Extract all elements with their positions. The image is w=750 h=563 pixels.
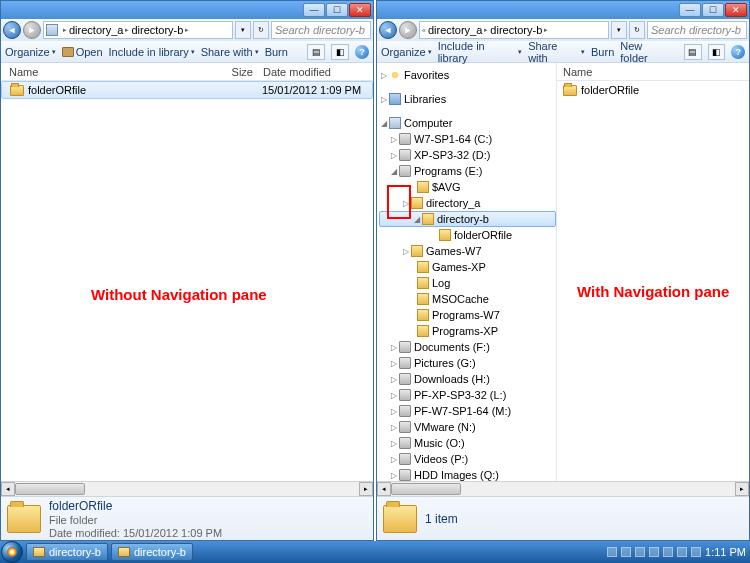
refresh-button[interactable]: ↻: [629, 21, 645, 39]
tree-drive[interactable]: ▷Downloads (H:): [379, 371, 556, 387]
new-folder-button[interactable]: New folder: [620, 40, 672, 64]
file-list[interactable]: folderORfile 15/01/2012 1:09 PM Without …: [1, 81, 373, 481]
view-options[interactable]: ▤: [307, 44, 325, 60]
view-options[interactable]: ▤: [684, 44, 702, 60]
forward-button[interactable]: ►: [399, 21, 417, 39]
search-input[interactable]: Search directory-b: [647, 21, 747, 39]
taskbar[interactable]: directory-b directory-b 1:11 PM: [0, 541, 750, 563]
titlebar[interactable]: — ☐ ✕: [1, 1, 373, 19]
details-name: folderORfile: [49, 499, 222, 513]
computer-icon: [389, 117, 401, 129]
horizontal-scrollbar[interactable]: ◂ ▸: [1, 481, 373, 496]
list-item[interactable]: folderORfile: [557, 81, 749, 99]
maximize-button[interactable]: ☐: [702, 3, 724, 17]
tree-drive[interactable]: ▷PF-XP-SP3-32 (L:): [379, 387, 556, 403]
scroll-thumb[interactable]: [391, 483, 461, 495]
clock[interactable]: 1:11 PM: [705, 546, 746, 558]
breadcrumb-segment[interactable]: directory-b: [490, 24, 542, 36]
organize-menu[interactable]: Organize▾: [5, 46, 56, 58]
folder-icon: [417, 293, 429, 305]
help-icon[interactable]: ?: [355, 45, 369, 59]
refresh-button[interactable]: ↻: [253, 21, 269, 39]
tree-drive[interactable]: ◢Programs (E:): [379, 163, 556, 179]
tray-icon[interactable]: [649, 547, 659, 557]
tree-drive[interactable]: ▷W7-SP1-64 (C:): [379, 131, 556, 147]
include-menu[interactable]: Include in library▾: [109, 46, 195, 58]
back-button[interactable]: ◄: [379, 21, 397, 39]
item-name: folderORfile: [28, 84, 202, 96]
breadcrumb[interactable]: « directory_a ▸ directory-b ▸: [419, 21, 609, 39]
titlebar[interactable]: — ☐ ✕: [377, 1, 749, 19]
scroll-right-button[interactable]: ▸: [735, 482, 749, 496]
maximize-button[interactable]: ☐: [326, 3, 348, 17]
share-menu[interactable]: Share with▾: [201, 46, 259, 58]
scroll-thumb[interactable]: [15, 483, 85, 495]
breadcrumb-segment[interactable]: directory_a: [69, 24, 123, 36]
minimize-button[interactable]: —: [679, 3, 701, 17]
search-input[interactable]: Search directory-b: [271, 21, 371, 39]
navigation-pane[interactable]: ▷Favorites ▷Libraries ◢Computer ▷W7-SP1-…: [377, 63, 557, 481]
tray-icon[interactable]: [607, 547, 617, 557]
start-button[interactable]: [1, 541, 23, 563]
tree-drive[interactable]: ▷Music (O:): [379, 435, 556, 451]
forward-button[interactable]: ►: [23, 21, 41, 39]
preview-pane-toggle[interactable]: ◧: [331, 44, 349, 60]
burn-button[interactable]: Burn: [265, 46, 288, 58]
tree-drive[interactable]: ▷PF-W7-SP1-64 (M:): [379, 403, 556, 419]
folder-icon: [417, 309, 429, 321]
taskbar-item[interactable]: directory-b: [111, 543, 193, 561]
burn-button[interactable]: Burn: [591, 46, 614, 58]
open-button[interactable]: Open: [62, 46, 103, 58]
history-dropdown[interactable]: ▾: [611, 21, 627, 39]
breadcrumb-segment[interactable]: directory-b: [131, 24, 183, 36]
tree-folder[interactable]: Programs-XP: [379, 323, 556, 339]
tree-favorites[interactable]: ▷Favorites: [379, 67, 556, 83]
taskbar-item[interactable]: directory-b: [26, 543, 108, 561]
tree-drive[interactable]: ▷XP-SP3-32 (D:): [379, 147, 556, 163]
tree-drive[interactable]: ▷HDD Images (Q:): [379, 467, 556, 481]
tree-folder[interactable]: Games-XP: [379, 259, 556, 275]
horizontal-scrollbar[interactable]: ◂ ▸: [377, 481, 749, 496]
column-date[interactable]: Date modified: [263, 66, 373, 78]
close-button[interactable]: ✕: [725, 3, 747, 17]
minimize-button[interactable]: —: [303, 3, 325, 17]
breadcrumb[interactable]: ▸ directory_a ▸ directory-b ▸: [43, 21, 233, 39]
tray-icon[interactable]: [635, 547, 645, 557]
tray-icon[interactable]: [663, 547, 673, 557]
list-item[interactable]: folderORfile 15/01/2012 1:09 PM: [1, 81, 373, 99]
scroll-right-button[interactable]: ▸: [359, 482, 373, 496]
tray-icon[interactable]: [621, 547, 631, 557]
column-headers[interactable]: Name Size Date modified: [1, 63, 373, 81]
column-name[interactable]: Name: [563, 66, 749, 78]
item-name: folderORfile: [581, 84, 639, 96]
tree-drive[interactable]: ▷Videos (P:): [379, 451, 556, 467]
tree-folder[interactable]: Log: [379, 275, 556, 291]
share-menu[interactable]: Share with▾: [528, 40, 585, 64]
tree-libraries[interactable]: ▷Libraries: [379, 91, 556, 107]
column-name[interactable]: Name: [9, 66, 203, 78]
file-list[interactable]: Name folderORfile With Navigation pane: [557, 63, 749, 481]
system-tray[interactable]: 1:11 PM: [607, 546, 750, 558]
preview-pane-toggle[interactable]: ◧: [708, 44, 726, 60]
close-button[interactable]: ✕: [349, 3, 371, 17]
organize-menu[interactable]: Organize▾: [381, 46, 432, 58]
tree-computer[interactable]: ◢Computer: [379, 115, 556, 131]
tree-drive[interactable]: ▷Pictures (G:): [379, 355, 556, 371]
tree-folder[interactable]: folderORfile: [379, 227, 556, 243]
tree-drive[interactable]: ▷VMware (N:): [379, 419, 556, 435]
scroll-left-button[interactable]: ◂: [1, 482, 15, 496]
volume-icon[interactable]: [691, 547, 701, 557]
include-menu[interactable]: Include in library▾: [438, 40, 522, 64]
tree-folder[interactable]: MSOCache: [379, 291, 556, 307]
column-headers[interactable]: Name: [557, 63, 749, 81]
tray-icon[interactable]: [677, 547, 687, 557]
back-button[interactable]: ◄: [3, 21, 21, 39]
history-dropdown[interactable]: ▾: [235, 21, 251, 39]
breadcrumb-segment[interactable]: directory_a: [428, 24, 482, 36]
tree-drive[interactable]: ▷Documents (F:): [379, 339, 556, 355]
help-icon[interactable]: ?: [731, 45, 745, 59]
scroll-left-button[interactable]: ◂: [377, 482, 391, 496]
tree-folder[interactable]: ▷Games-W7: [379, 243, 556, 259]
tree-folder[interactable]: Programs-W7: [379, 307, 556, 323]
column-size[interactable]: Size: [203, 66, 263, 78]
